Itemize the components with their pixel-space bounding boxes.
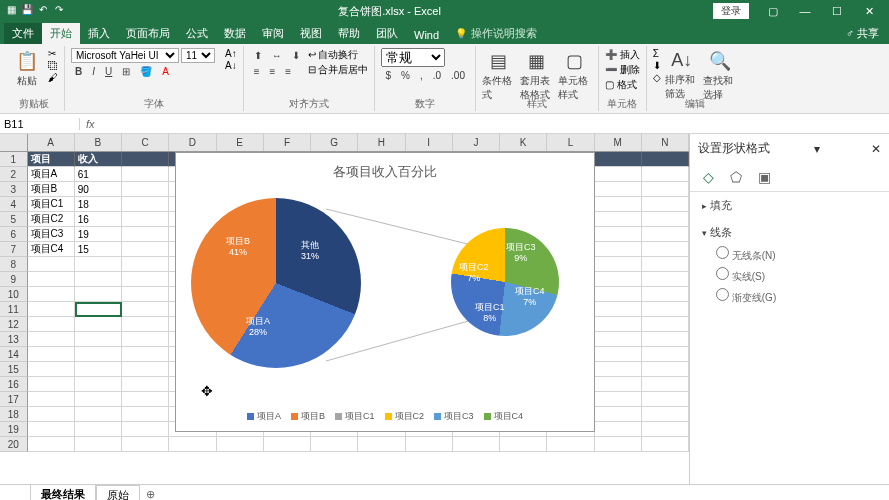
cell[interactable] — [642, 407, 689, 422]
row-header[interactable]: 13 — [0, 332, 28, 347]
cell[interactable] — [28, 332, 75, 347]
cell[interactable] — [75, 347, 122, 362]
cell[interactable] — [642, 272, 689, 287]
row-header[interactable]: 3 — [0, 182, 28, 197]
cell[interactable] — [75, 407, 122, 422]
find-select-button[interactable]: 🔍查找和选择 — [703, 48, 737, 98]
opt-solid-line[interactable]: 实线(S) — [716, 265, 877, 286]
cell[interactable] — [642, 392, 689, 407]
tab-insert[interactable]: 插入 — [80, 23, 118, 44]
minimize-icon[interactable]: — — [789, 0, 821, 22]
cell[interactable] — [122, 422, 169, 437]
cell[interactable]: 项目B — [28, 182, 75, 197]
cell[interactable] — [28, 362, 75, 377]
align-top-icon[interactable]: ⬆ — [250, 48, 266, 63]
cell[interactable] — [122, 272, 169, 287]
fill-line-icon[interactable]: ◇ — [698, 167, 718, 187]
currency-icon[interactable]: $ — [381, 68, 395, 83]
cell[interactable] — [28, 302, 75, 317]
add-sheet-button[interactable]: ⊕ — [140, 486, 161, 500]
cell[interactable]: 项目 — [28, 152, 75, 167]
tab-view[interactable]: 视图 — [292, 23, 330, 44]
cell[interactable] — [595, 287, 642, 302]
cell[interactable] — [595, 332, 642, 347]
cell[interactable]: 项目A — [28, 167, 75, 182]
cell[interactable] — [642, 287, 689, 302]
cell[interactable] — [500, 437, 547, 452]
legend-item[interactable]: 项目C2 — [385, 410, 425, 423]
cell[interactable] — [595, 407, 642, 422]
cell[interactable] — [122, 347, 169, 362]
cell[interactable] — [75, 377, 122, 392]
cell[interactable] — [28, 287, 75, 302]
size-props-icon[interactable]: ▣ — [754, 167, 774, 187]
row-header[interactable]: 2 — [0, 167, 28, 182]
row-header[interactable]: 8 — [0, 257, 28, 272]
row-header[interactable]: 20 — [0, 437, 28, 452]
cell[interactable] — [642, 317, 689, 332]
cut-icon[interactable]: ✂ — [48, 48, 58, 59]
sidepane-dropdown-icon[interactable]: ▾ — [814, 142, 820, 156]
cell[interactable] — [122, 287, 169, 302]
row-header[interactable]: 9 — [0, 272, 28, 287]
cell[interactable] — [75, 272, 122, 287]
cell[interactable] — [595, 182, 642, 197]
font-size-select[interactable]: 11 — [181, 48, 215, 63]
cell[interactable] — [122, 362, 169, 377]
tab-formulas[interactable]: 公式 — [178, 23, 216, 44]
cell[interactable] — [595, 362, 642, 377]
number-format-select[interactable]: 常规 — [381, 48, 445, 67]
tab-home[interactable]: 开始 — [42, 23, 80, 44]
border-button[interactable]: ⊞ — [118, 64, 134, 79]
cell[interactable] — [406, 437, 453, 452]
cell[interactable] — [547, 437, 594, 452]
align-right-icon[interactable]: ≡ — [281, 64, 295, 79]
cell[interactable] — [169, 437, 216, 452]
cell[interactable] — [75, 362, 122, 377]
sidepane-section-fill[interactable]: 填充 — [690, 192, 889, 219]
merge-center-button[interactable]: ⊟ 合并后居中 — [308, 63, 369, 77]
name-box[interactable]: B11 — [0, 118, 80, 130]
cell[interactable] — [28, 422, 75, 437]
legend-item[interactable]: 项目C4 — [484, 410, 524, 423]
font-color-button[interactable]: A — [158, 64, 173, 79]
column-header[interactable]: J — [453, 134, 500, 151]
delete-cells-button[interactable]: ➖ 删除 — [605, 63, 640, 77]
cell[interactable] — [595, 317, 642, 332]
cell[interactable] — [28, 392, 75, 407]
cell[interactable] — [595, 437, 642, 452]
cell[interactable] — [75, 422, 122, 437]
row-header[interactable]: 1 — [0, 152, 28, 167]
cell[interactable] — [75, 437, 122, 452]
underline-button[interactable]: U — [101, 64, 116, 79]
cell[interactable] — [642, 152, 689, 167]
column-header[interactable]: B — [75, 134, 122, 151]
sort-filter-button[interactable]: A↓排序和筛选 — [665, 48, 699, 98]
cell[interactable] — [122, 167, 169, 182]
increase-font-icon[interactable]: A↑ — [225, 48, 237, 59]
cell[interactable] — [217, 437, 264, 452]
maximize-icon[interactable]: ☐ — [821, 0, 853, 22]
cell[interactable]: 项目C3 — [28, 227, 75, 242]
chart-legend[interactable]: 项目A项目B项目C1项目C2项目C3项目C4 — [176, 410, 594, 423]
cell[interactable] — [75, 332, 122, 347]
cell[interactable] — [122, 197, 169, 212]
cell[interactable] — [28, 407, 75, 422]
row-header[interactable]: 6 — [0, 227, 28, 242]
main-pie[interactable]: 其他31% 项目A28% 项目B41% — [191, 198, 361, 368]
cell[interactable] — [595, 392, 642, 407]
dec-decimal-icon[interactable]: .00 — [447, 68, 469, 83]
column-header[interactable]: F — [264, 134, 311, 151]
cell[interactable] — [642, 347, 689, 362]
cell[interactable] — [28, 437, 75, 452]
cell[interactable] — [642, 437, 689, 452]
column-header[interactable]: K — [500, 134, 547, 151]
font-name-select[interactable]: Microsoft YaHei UI — [71, 48, 179, 63]
cell[interactable] — [358, 437, 405, 452]
cell[interactable] — [28, 272, 75, 287]
close-icon[interactable]: ✕ — [853, 0, 885, 22]
cell[interactable] — [75, 317, 122, 332]
opt-gradient-line[interactable]: 渐变线(G) — [716, 286, 877, 307]
column-header[interactable]: M — [595, 134, 642, 151]
cell[interactable] — [264, 437, 311, 452]
